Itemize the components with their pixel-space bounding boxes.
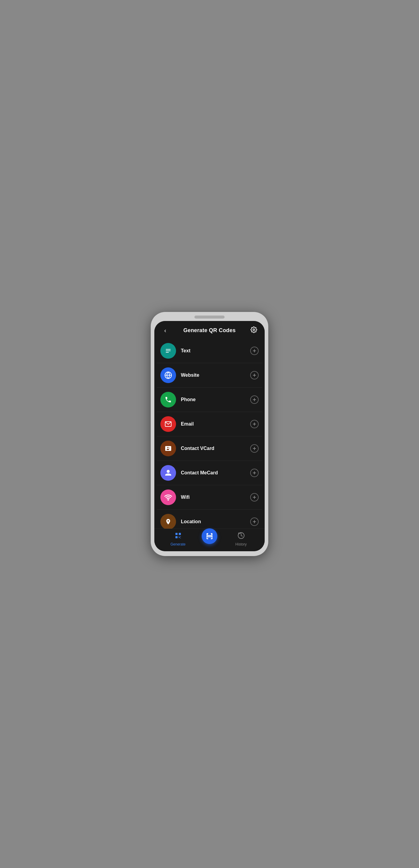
text-label: Text <box>181 348 190 353</box>
vcard-add-button[interactable] <box>250 444 259 453</box>
vcard-icon <box>160 441 176 456</box>
menu-item-wifi[interactable]: Wifi <box>157 485 262 510</box>
app-header: ‹ Generate QR Codes <box>154 321 265 339</box>
nav-generate[interactable]: Generate <box>154 532 202 547</box>
svg-rect-32 <box>180 536 181 537</box>
location-add-button[interactable] <box>250 518 259 526</box>
bottom-nav: Generate <box>154 529 265 551</box>
menu-list: Text Website <box>154 339 265 529</box>
svg-rect-31 <box>179 537 180 538</box>
history-icon <box>238 532 245 541</box>
menu-item-phone[interactable]: Phone <box>157 388 262 412</box>
location-icon <box>160 514 176 529</box>
nav-scan-center[interactable] <box>202 534 217 544</box>
svg-rect-30 <box>175 536 178 538</box>
svg-rect-33 <box>179 536 179 537</box>
settings-button[interactable] <box>249 327 259 335</box>
nav-history[interactable]: History <box>217 532 265 547</box>
svg-rect-29 <box>179 533 181 535</box>
menu-item-location[interactable]: Location <box>157 510 262 529</box>
wifi-label: Wifi <box>181 495 189 500</box>
email-icon <box>160 416 176 432</box>
history-label: History <box>235 542 246 547</box>
phone-notch <box>194 315 225 318</box>
wifi-add-button[interactable] <box>250 493 259 501</box>
menu-item-text[interactable]: Text <box>157 339 262 363</box>
back-button[interactable]: ‹ <box>160 327 170 334</box>
mecard-add-button[interactable] <box>250 469 259 477</box>
website-icon <box>160 367 176 383</box>
mecard-label: Contact MeCard <box>181 470 218 475</box>
generate-label: Generate <box>170 542 185 547</box>
phone-label: Phone <box>181 397 196 402</box>
mecard-icon <box>160 465 176 481</box>
svg-rect-28 <box>175 533 178 535</box>
wifi-icon <box>160 490 176 505</box>
menu-item-email[interactable]: Email <box>157 412 262 436</box>
svg-rect-2 <box>166 350 171 351</box>
phone-frame: ‹ Generate QR Codes Text <box>151 312 268 556</box>
menu-item-website[interactable]: Website <box>157 363 262 388</box>
svg-rect-34 <box>180 538 181 538</box>
website-add-button[interactable] <box>250 371 259 379</box>
website-label: Website <box>181 373 199 378</box>
svg-rect-1 <box>166 349 171 350</box>
text-add-button[interactable] <box>250 347 259 355</box>
vcard-label: Contact VCard <box>181 446 214 451</box>
svg-point-19 <box>168 500 169 500</box>
email-add-button[interactable] <box>250 420 259 428</box>
svg-point-0 <box>253 329 255 331</box>
page-title: Generate QR Codes <box>183 327 235 334</box>
text-icon <box>160 343 176 359</box>
menu-item-vcard[interactable]: Contact VCard <box>157 436 262 461</box>
menu-item-mecard[interactable]: Contact MeCard <box>157 461 262 485</box>
scan-button[interactable] <box>202 528 217 544</box>
email-label: Email <box>181 421 194 427</box>
generate-icon <box>175 532 182 541</box>
location-label: Location <box>181 519 201 524</box>
phone-add-button[interactable] <box>250 396 259 404</box>
svg-rect-35 <box>207 535 212 537</box>
phone-screen: ‹ Generate QR Codes Text <box>154 321 265 551</box>
phone-icon <box>160 392 176 407</box>
svg-rect-3 <box>166 352 169 352</box>
